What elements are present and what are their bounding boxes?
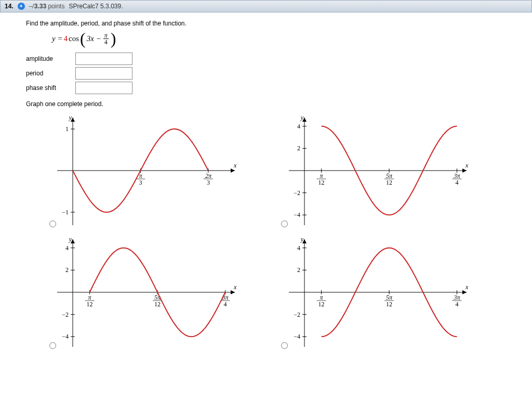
svg-text:12: 12 <box>386 179 392 186</box>
svg-text:12: 12 <box>318 301 325 308</box>
svg-text:4: 4 <box>456 301 459 308</box>
svg-text:4: 4 <box>224 301 227 308</box>
svg-text:y: y <box>300 114 304 121</box>
question-body: Find the amplitude, period, and phase sh… <box>0 12 532 362</box>
svg-text:3: 3 <box>207 179 210 186</box>
svg-marker-19 <box>462 168 467 173</box>
fraction: π 4 <box>103 32 109 45</box>
radio-a[interactable] <box>49 221 56 227</box>
points: –/3.33 points <box>29 3 65 10</box>
graph-choice-c[interactable]: yx−4−224π125π123π4 <box>26 232 255 352</box>
expand-icon[interactable]: + <box>18 3 25 10</box>
svg-text:y: y <box>69 236 72 243</box>
graph-choice-d[interactable]: yx−4−224π125π123π4 <box>258 232 486 352</box>
svg-text:1: 1 <box>65 125 69 133</box>
svg-text:5π: 5π <box>386 172 393 179</box>
svg-text:−2: −2 <box>294 189 300 197</box>
period-label: period <box>26 70 75 77</box>
svg-text:4: 4 <box>65 244 69 252</box>
svg-text:x: x <box>465 162 469 169</box>
svg-text:y: y <box>300 236 304 243</box>
phase-shift-input[interactable] <box>75 82 132 94</box>
graph-choices: yx−11π32π3 yx−4−224π125π123π4 yx−4−224π1… <box>26 111 516 352</box>
answer-fields: amplitude period phase shift <box>26 53 516 94</box>
svg-text:−4: −4 <box>294 333 300 340</box>
radio-d[interactable] <box>281 342 288 349</box>
svg-text:−2: −2 <box>62 311 69 318</box>
svg-text:4: 4 <box>456 179 459 186</box>
svg-text:π: π <box>320 294 324 301</box>
graph-choice-a[interactable]: yx−11π32π3 <box>26 111 255 230</box>
right-paren-icon: ) <box>111 33 116 44</box>
period-input[interactable] <box>75 67 132 80</box>
svg-text:3π: 3π <box>454 172 461 179</box>
svg-marker-71 <box>462 290 467 294</box>
amplitude-input[interactable] <box>75 53 132 65</box>
amplitude-label: amplitude <box>26 55 75 62</box>
svg-text:−2: −2 <box>294 311 300 318</box>
svg-text:x: x <box>233 162 237 169</box>
svg-text:5π: 5π <box>386 294 393 301</box>
svg-text:12: 12 <box>318 179 325 186</box>
svg-text:−4: −4 <box>62 333 69 340</box>
svg-marker-45 <box>231 290 235 294</box>
svg-text:x: x <box>465 283 469 291</box>
left-paren-icon: ( <box>80 33 86 44</box>
svg-marker-1 <box>231 168 235 173</box>
question-header: 14. + –/3.33 points SPreCalc7 5.3.039. <box>0 0 532 12</box>
question-number: 14. <box>5 3 14 10</box>
source-ref: SPreCalc7 5.3.039. <box>69 3 123 10</box>
graph-instruction: Graph one complete period. <box>26 100 516 108</box>
svg-text:2: 2 <box>297 145 300 152</box>
radio-b[interactable] <box>281 221 288 227</box>
prompt-text: Find the amplitude, period, and phase sh… <box>26 20 516 27</box>
svg-text:2π: 2π <box>205 172 212 179</box>
svg-text:y: y <box>69 114 72 121</box>
equation: y = 4 cos ( 3x − π 4 ) <box>52 32 516 45</box>
svg-text:−4: −4 <box>294 211 300 218</box>
svg-text:3π: 3π <box>454 294 461 301</box>
phase-shift-label: phase shift <box>26 84 75 92</box>
svg-text:π: π <box>320 172 324 179</box>
svg-text:3: 3 <box>139 179 142 186</box>
svg-text:12: 12 <box>386 301 392 308</box>
svg-text:−1: −1 <box>62 209 69 216</box>
svg-text:12: 12 <box>87 301 93 308</box>
svg-text:4: 4 <box>297 123 300 130</box>
svg-text:2: 2 <box>65 266 69 274</box>
svg-text:12: 12 <box>154 301 161 308</box>
svg-text:x: x <box>233 283 237 291</box>
svg-text:4: 4 <box>297 244 300 252</box>
svg-text:2: 2 <box>297 266 300 274</box>
radio-c[interactable] <box>49 342 56 349</box>
graph-choice-b[interactable]: yx−4−224π125π123π4 <box>258 111 486 230</box>
svg-text:π: π <box>88 294 92 301</box>
